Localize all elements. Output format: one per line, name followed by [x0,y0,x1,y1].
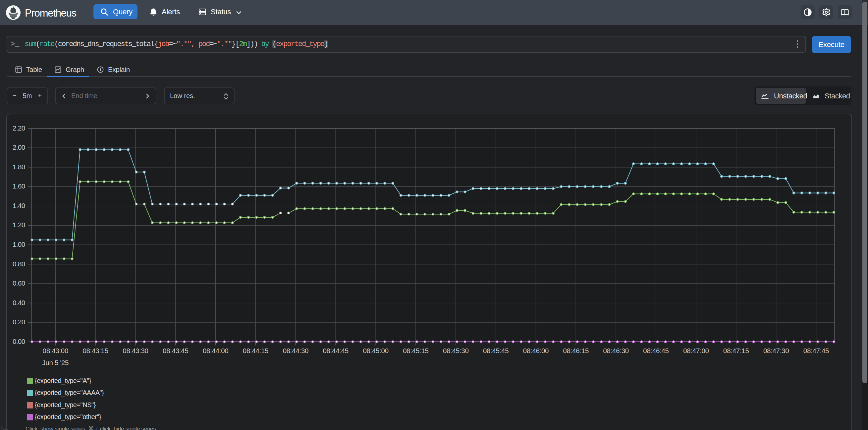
svg-text:0.60: 0.60 [12,279,25,287]
svg-text:08:44:00: 08:44:00 [203,347,228,355]
svg-text:2.20: 2.20 [12,124,25,132]
svg-text:08:46:15: 08:46:15 [563,347,589,355]
svg-text:08:47:00: 08:47:00 [683,347,709,355]
svg-text:1.40: 1.40 [12,202,25,209]
svg-text:08:44:15: 08:44:15 [243,347,268,355]
svg-text:1.80: 1.80 [12,163,25,171]
svg-text:1.60: 1.60 [12,182,25,190]
svg-text:08:47:45: 08:47:45 [803,347,829,355]
svg-text:Jun 5 '25: Jun 5 '25 [42,359,69,366]
svg-text:08:45:30: 08:45:30 [443,347,468,355]
svg-text:08:43:15: 08:43:15 [83,347,108,355]
svg-text:08:45:00: 08:45:00 [363,347,388,355]
svg-text:08:44:30: 08:44:30 [283,347,308,355]
svg-text:08:46:45: 08:46:45 [643,347,669,355]
svg-text:08:47:15: 08:47:15 [723,347,749,355]
svg-text:1.20: 1.20 [12,221,25,228]
svg-text:2.00: 2.00 [12,144,25,151]
svg-text:0.00: 0.00 [12,338,25,345]
svg-text:08:45:45: 08:45:45 [483,347,508,355]
svg-text:08:43:00: 08:43:00 [43,347,68,355]
svg-text:08:46:00: 08:46:00 [523,347,549,355]
svg-text:08:43:45: 08:43:45 [163,347,188,355]
svg-text:1.00: 1.00 [12,241,25,248]
svg-text:08:47:30: 08:47:30 [763,347,789,355]
svg-text:08:45:15: 08:45:15 [403,347,428,355]
svg-text:0.80: 0.80 [12,260,25,268]
svg-text:08:46:30: 08:46:30 [603,347,628,355]
svg-text:0.40: 0.40 [12,299,25,306]
svg-text:0.20: 0.20 [12,318,25,326]
svg-text:08:44:45: 08:44:45 [323,347,348,355]
svg-text:08:43:30: 08:43:30 [123,347,148,355]
